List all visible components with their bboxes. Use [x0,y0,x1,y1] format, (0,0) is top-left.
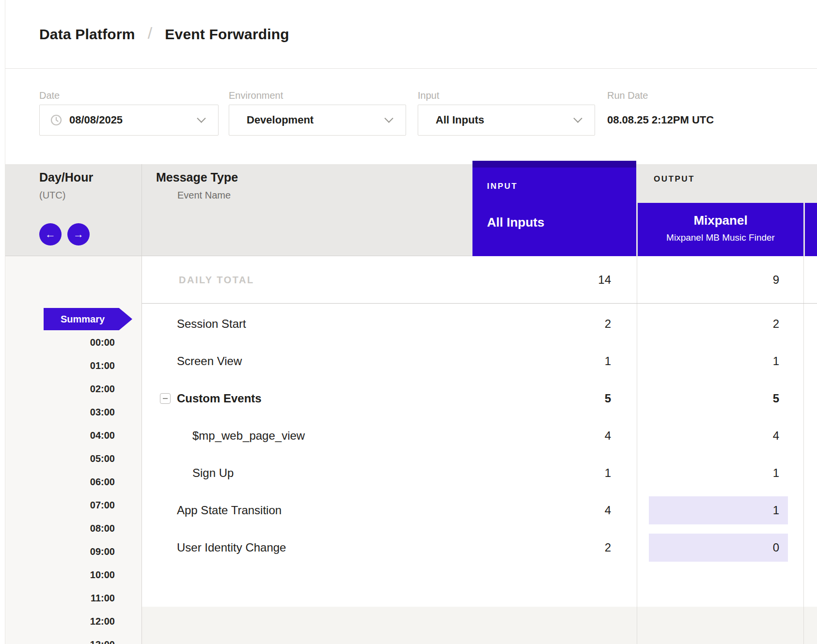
hour-label[interactable]: 13:00 [0,633,115,644]
row-label: Session Start [177,305,246,342]
hour-label[interactable]: 08:00 [0,517,115,540]
hour-label[interactable]: 11:00 [0,586,115,610]
hour-label[interactable]: 03:00 [0,400,115,424]
hour-label[interactable]: 05:00 [0,447,115,470]
input-value-cell: 5 [605,380,611,417]
environment-dropdown[interactable]: Development [229,105,406,136]
output-value-cell: 1 [773,342,779,380]
table-row: User Identity Change20 [141,529,817,566]
clock-icon [50,114,63,126]
hour-label[interactable]: 07:00 [0,493,115,517]
hour-label[interactable]: 12:00 [0,610,115,633]
input-value-cell: 4 [605,491,611,529]
chevron-down-icon [573,114,582,123]
output-column-name: Mixpanel [638,213,803,228]
run-date-value: 08.08.25 2:12PM UTC [607,105,714,136]
chevron-down-icon [197,114,205,123]
event-forwarding-page: Data Platform / Event Forwarding Date En… [0,0,817,644]
output-value-cell: 4 [773,417,779,454]
hour-label[interactable]: 10:00 [0,563,115,586]
hour-label[interactable]: 00:00 [0,331,115,354]
breadcrumb-item-data-platform[interactable]: Data Platform [39,26,135,43]
daily-total-row: DAILY TOTAL 14 9 [142,256,817,304]
input-filter-label: Input [418,90,439,101]
day-hour-utc-label: (UTC) [39,190,65,201]
date-dropdown[interactable]: 08/08/2025 [39,105,219,136]
summary-row-selector[interactable]: Summary [44,308,132,330]
output-value-cell: 1 [773,454,779,491]
output-value-cell: 0 [773,529,779,566]
output-value-cell: 5 [773,380,779,417]
row-label: App State Transition [177,491,282,529]
table-row: Custom Events55 [141,380,817,417]
output-column-header-mixpanel[interactable]: Mixpanel Mixpanel MB Music Finder [638,203,803,256]
event-name-label: Event Name [177,190,231,201]
breadcrumb-item-event-forwarding: Event Forwarding [165,26,289,43]
input-value: All Inputs [436,114,484,126]
table-row: Screen View11 [141,342,817,380]
next-output-column-header-partial [805,203,817,256]
hour-label[interactable]: 06:00 [0,470,115,493]
arrow-right-icon: → [73,228,84,241]
input-value-cell: 1 [605,342,611,380]
input-value-cell: 1 [605,454,611,491]
previous-day-button[interactable]: ← [39,223,62,245]
breadcrumb: Data Platform / Event Forwarding [39,25,289,44]
daily-total-output-value: 9 [773,256,779,303]
output-value-cell: 1 [773,491,779,529]
chevron-down-icon [384,114,393,123]
input-dropdown[interactable]: All Inputs [418,105,595,136]
day-hour-column-title: Day/Hour [39,170,93,184]
table-row: Session Start22 [141,305,817,342]
input-value-cell: 2 [605,529,611,566]
input-column-accent-strip [472,161,636,168]
environment-value: Development [247,114,314,126]
row-label: Sign Up [192,454,234,491]
breadcrumb-bar: Data Platform / Event Forwarding [5,0,817,69]
table-row: Sign Up11 [141,454,817,491]
collapse-toggle-minus-icon[interactable] [160,393,171,404]
message-type-column-title: Message Type [156,170,238,184]
table-row: $mp_web_page_view44 [141,417,817,454]
hour-label[interactable]: 04:00 [0,424,115,447]
minus-icon [163,398,168,399]
date-filter-label: Date [39,90,60,101]
row-label: Custom Events [177,380,262,417]
row-label: $mp_web_page_view [192,417,305,454]
environment-filter-label: Environment [229,90,283,101]
input-column-header: INPUT All Inputs [472,161,636,256]
daily-total-label: DAILY TOTAL [179,256,254,304]
hour-label[interactable]: 02:00 [0,377,115,400]
hour-label[interactable]: 01:00 [0,354,115,377]
row-label: Screen View [177,342,242,380]
hour-label[interactable]: 09:00 [0,540,115,563]
row-label: User Identity Change [177,529,286,566]
output-value-cell: 2 [773,305,779,342]
output-highlight [649,534,788,562]
input-section-label: INPUT [487,182,518,191]
input-column-name: All Inputs [487,215,544,230]
output-section-label: OUTPUT [654,174,695,184]
input-value-cell: 4 [605,417,611,454]
next-day-button[interactable]: → [67,223,90,245]
table-row: App State Transition41 [141,491,817,529]
table-footer-area [141,607,817,644]
arrow-left-icon: ← [45,228,56,241]
input-value-cell: 2 [605,305,611,342]
output-highlight [649,496,788,524]
run-date-label: Run Date [607,90,648,101]
daily-total-input-value: 14 [598,256,611,303]
date-value: 08/08/2025 [69,114,123,126]
breadcrumb-separator: / [148,24,153,43]
output-column-subname: Mixpanel MB Music Finder [638,232,803,243]
